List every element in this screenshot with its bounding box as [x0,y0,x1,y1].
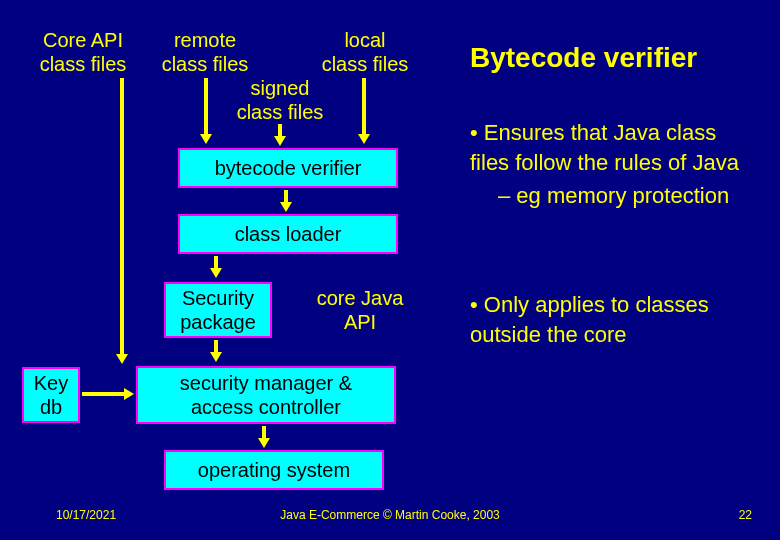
box-security-manager: security manager & access controller [136,366,396,424]
arrow-local-head [358,134,370,144]
label-signed: signed class files [225,76,335,124]
box-key-db: Key db [22,367,80,423]
label-core-java-api: core Java API [300,286,420,334]
bullet-dot-1: • [470,120,484,145]
arrow-cl-sp-head [210,268,222,278]
arrow-coreapi-head [116,354,128,364]
box-class-loader: class loader [178,214,398,254]
arrow-remote-head [200,134,212,144]
arrow-signed-head [274,136,286,146]
bullet-dot-2: • [470,292,484,317]
arrow-keydb-sm-head [124,388,134,400]
arrow-sm-os-head [258,438,270,448]
label-local: local class files [310,28,420,76]
box-operating-system: operating system [164,450,384,490]
box-bytecode-verifier: bytecode verifier [178,148,398,188]
arrow-bv-cl-head [280,202,292,212]
bullet-2: • Only applies to classes outside the co… [470,290,760,349]
arrow-coreapi-stem [120,78,124,356]
bullet-1-text: Ensures that Java class files follow the… [470,120,739,175]
arrow-local-stem [362,78,366,134]
bullet-1: • Ensures that Java class files follow t… [470,118,760,211]
box-security-package: Security package [164,282,272,338]
slide-title: Bytecode verifier [470,42,697,74]
arrow-keydb-sm [82,392,126,396]
bullet-dash-1: – [498,183,516,208]
bullet-2-text: Only applies to classes outside the core [470,292,709,347]
footer-copyright: Java E-Commerce © Martin Cooke, 2003 [0,508,780,522]
label-remote: remote class files [150,28,260,76]
footer-page: 22 [739,508,752,522]
bullet-1-sub-text: eg memory protection [516,183,729,208]
arrow-remote-stem [204,78,208,134]
arrow-sp-sm-head [210,352,222,362]
label-core-api: Core API class files [28,28,138,76]
